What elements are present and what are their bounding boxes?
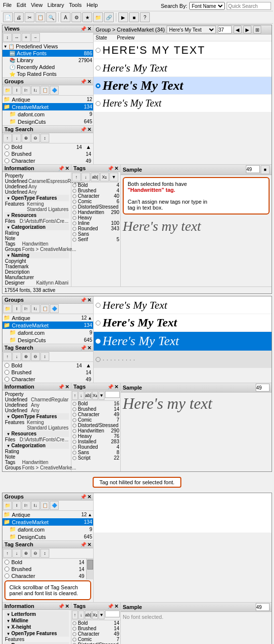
group-designcuts-s1[interactable]: 📁 DesignCuts 645 bbox=[2, 118, 93, 125]
sample-size-s3[interactable] bbox=[256, 603, 270, 611]
tags-tb5-s2[interactable]: ▼ bbox=[99, 391, 104, 400]
search-type-select[interactable]: Font Name bbox=[189, 2, 225, 10]
ts-tb2-s2[interactable]: ↓ bbox=[12, 352, 21, 361]
ts-tb4[interactable]: ⊖ bbox=[31, 134, 40, 143]
tags-tb2-s3[interactable]: ↓ bbox=[78, 610, 84, 619]
tag-item-script-s2[interactable]: Script22 bbox=[71, 455, 120, 461]
tag-bold-s1[interactable]: Bold 14 ▲ bbox=[2, 143, 93, 150]
ts-tb3[interactable]: ⊕ bbox=[22, 134, 31, 143]
tag-item-installed-s2[interactable]: Installed283 bbox=[71, 439, 120, 444]
tag-item-brushed-s1[interactable]: Brushed4 bbox=[71, 188, 120, 193]
ts-tb4-s2[interactable]: ⊖ bbox=[31, 352, 40, 361]
tag-character-s1[interactable]: Character 49 bbox=[2, 157, 93, 164]
tag-search-pin-s2[interactable]: 📌 bbox=[80, 345, 86, 351]
tag-search-close-s3[interactable]: ✕ bbox=[87, 542, 91, 547]
group-antique-s3[interactable]: 📁 Antique 12 ▲ bbox=[2, 511, 93, 518]
info-sec-otf-s1[interactable]: ▼OpenType Features bbox=[4, 195, 69, 201]
preview-radio-2-s1[interactable] bbox=[96, 66, 101, 71]
tag-item-comic-s1[interactable]: Comic6 bbox=[71, 199, 120, 204]
views-recently-added[interactable]: 🕐 Recently Added bbox=[2, 64, 93, 71]
info-sec-nam-s1[interactable]: ▼Naming bbox=[4, 252, 69, 258]
tag-item-heavy-s2[interactable]: Heavy76 bbox=[71, 433, 120, 439]
tags-tb4-s1[interactable]: X₂ bbox=[100, 173, 109, 181]
tags-tb4-s2[interactable]: X₂ bbox=[92, 391, 98, 400]
preview-radio-1-s2[interactable] bbox=[96, 303, 101, 308]
info-sec-xh-s3[interactable]: ▼X-height bbox=[4, 624, 69, 630]
toolbar-btn-1[interactable]: 📄 bbox=[3, 12, 13, 22]
ts-tb5-s2[interactable]: ↕ bbox=[40, 352, 49, 361]
ts-tb3-s3[interactable]: ⊕ bbox=[22, 549, 31, 558]
toolbar-btn-9[interactable]: 📁 bbox=[93, 12, 103, 22]
tags-tb5-s3[interactable]: ▼ bbox=[99, 610, 104, 619]
views-tb-btn3[interactable]: + bbox=[22, 33, 31, 42]
grp-tb3[interactable]: I↑ bbox=[22, 86, 31, 95]
views-pin-icon[interactable]: 📌 bbox=[80, 26, 86, 32]
tag-item-rounded-s1[interactable]: Rounded343 bbox=[71, 226, 120, 231]
tag-item-distorted-s1[interactable]: Distorted/Stressed bbox=[71, 204, 120, 210]
info-pin-s2[interactable]: 📌 bbox=[58, 384, 64, 390]
views-active-fonts[interactable]: 🔤 Active Fonts 886 bbox=[2, 50, 93, 57]
tag-item-bold-s1[interactable]: Bold4 bbox=[71, 182, 120, 188]
tags-close-s1[interactable]: ✕ bbox=[114, 166, 118, 171]
preview-row-1-s1[interactable]: HERE'S MY TEXT bbox=[94, 41, 272, 59]
grp-tb4[interactable]: I↓ bbox=[31, 86, 40, 95]
groups-close-s2[interactable]: ✕ bbox=[87, 297, 91, 303]
ts-tb1[interactable]: ↑ bbox=[3, 134, 12, 143]
tag-bold-s2[interactable]: Bold 14 ▲ bbox=[2, 362, 93, 369]
tags-tb1-s3[interactable]: ↑ bbox=[72, 610, 78, 619]
tag-search-scrollbar-s3[interactable] bbox=[86, 559, 93, 579]
toolbar-btn-8[interactable]: ★ bbox=[82, 12, 92, 22]
tag-item-rounded-s2[interactable]: Rounded4 bbox=[71, 444, 120, 450]
tag-brushed-radio-s1[interactable] bbox=[4, 151, 9, 156]
menu-tools[interactable]: Tools bbox=[69, 2, 82, 10]
tag-item-sans-s1[interactable]: Sans bbox=[71, 231, 120, 237]
grp-tb3-s3[interactable]: I↑ bbox=[22, 501, 31, 510]
grp-tb6-s2[interactable]: 🔷 bbox=[50, 304, 59, 313]
tag-search-pin-s3[interactable]: 📌 bbox=[80, 542, 86, 547]
preview-radio-4-s2[interactable] bbox=[96, 357, 101, 362]
group-designcuts-s2[interactable]: 📁 DesignCuts 645 bbox=[2, 336, 93, 344]
tags-tb1-s2[interactable]: ↑ bbox=[72, 391, 78, 400]
toolbar-btn-6[interactable]: A bbox=[61, 12, 70, 22]
menu-library[interactable]: Library bbox=[47, 2, 64, 10]
ts-tb1-s3[interactable]: ↑ bbox=[3, 549, 12, 558]
group-dafont-s3[interactable]: 📁 dafont.com 9 bbox=[2, 526, 93, 533]
views-tb-btn2[interactable]: ↔ bbox=[12, 33, 21, 42]
tags-input-s2[interactable] bbox=[105, 391, 120, 398]
group-antique-s2[interactable]: 📁 Antique 12 ▲ bbox=[2, 314, 93, 322]
quick-search-input[interactable] bbox=[227, 2, 271, 10]
info-sec-res-s3[interactable]: ▼Resources bbox=[4, 642, 69, 644]
ts-tb5[interactable]: ↕ bbox=[40, 134, 49, 143]
group-dafont-s2[interactable]: 📁 dafont.com 9 bbox=[2, 329, 93, 336]
menu-file[interactable]: File bbox=[3, 2, 12, 10]
grp-tb4-s3[interactable]: I↓ bbox=[31, 501, 40, 510]
info-close-s3[interactable]: ✕ bbox=[65, 604, 69, 609]
ts-tb3-s2[interactable]: ⊕ bbox=[22, 352, 31, 361]
tags-tb2-s2[interactable]: ↓ bbox=[78, 391, 84, 400]
tag-brushed-s3[interactable]: Brushed 14 bbox=[2, 566, 86, 572]
grp-tb6[interactable]: 🔷 bbox=[50, 86, 59, 95]
views-tb-btn1[interactable]: ↕ bbox=[3, 33, 12, 42]
toolbar-btn-4[interactable]: 📋 bbox=[35, 12, 45, 22]
preview-radio-4-s1[interactable] bbox=[96, 101, 101, 106]
preview-row-1-s2[interactable]: Here's My Text bbox=[94, 296, 272, 314]
tag-search-pin-s1[interactable]: 📌 bbox=[80, 127, 86, 132]
group-creativemarket-s2[interactable]: 📁 CreativeMarket 134 bbox=[2, 322, 93, 329]
tags-tb2-s1[interactable]: ↓ bbox=[81, 173, 90, 181]
group-dafont-s1[interactable]: 📁 dafont.com 9 bbox=[2, 110, 93, 118]
tag-item-comic-s2[interactable]: Comic7 bbox=[71, 417, 120, 423]
menu-edit[interactable]: Edit bbox=[17, 2, 26, 10]
tag-item-bold-s3[interactable]: Bold14 bbox=[71, 620, 120, 626]
preview-row-2-s1[interactable]: Here's My Text bbox=[94, 59, 272, 77]
tag-item-handwritten-s1[interactable]: Handwritten290 bbox=[71, 210, 120, 215]
tag-search-close-s2[interactable]: ✕ bbox=[87, 345, 91, 351]
sample-size-s2[interactable] bbox=[256, 384, 270, 392]
tag-bold-s3[interactable]: Bold 14 bbox=[2, 559, 86, 566]
toolbar-btn-3[interactable]: ✂ bbox=[25, 12, 34, 22]
tag-item-character-s3[interactable]: Character49 bbox=[71, 631, 120, 637]
tags-input-s3[interactable] bbox=[105, 610, 120, 617]
tag-item-sans-s2[interactable]: Sans8 bbox=[71, 450, 120, 455]
grp-tb2-s2[interactable]: I bbox=[12, 304, 21, 313]
tags-pin-s2[interactable]: 📌 bbox=[107, 384, 113, 390]
toolbar-btn-7[interactable]: ⚙ bbox=[71, 12, 81, 22]
